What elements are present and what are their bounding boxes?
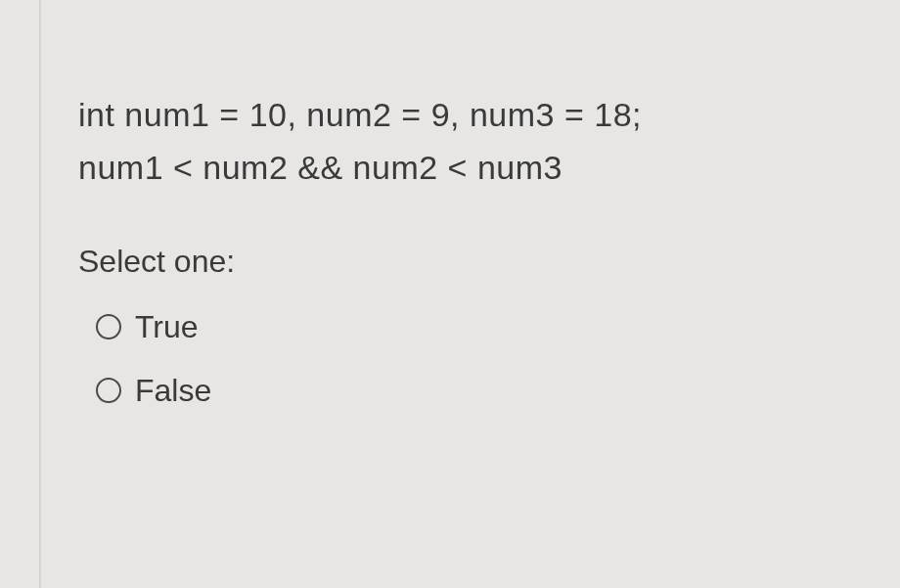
question-text: int num1 = 10, num2 = 9, num3 = 18; num1… — [78, 88, 822, 195]
option-label: False — [135, 373, 211, 409]
option-false[interactable]: False — [96, 373, 822, 409]
code-line-2: num1 < num2 && num2 < num3 — [78, 141, 822, 194]
code-line-1: int num1 = 10, num2 = 9, num3 = 18; — [78, 88, 822, 141]
radio-icon — [96, 314, 121, 339]
radio-icon — [96, 378, 121, 403]
option-true[interactable]: True — [96, 309, 822, 345]
options-group: True False — [78, 309, 822, 409]
option-label: True — [135, 309, 199, 345]
select-prompt: Select one: — [78, 244, 822, 280]
